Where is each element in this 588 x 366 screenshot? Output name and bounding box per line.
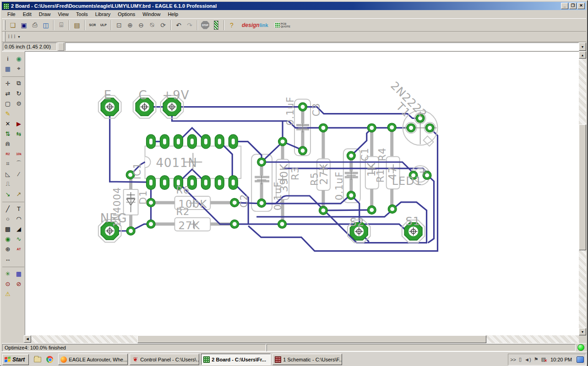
tool-add[interactable]: ▶ xyxy=(13,118,24,129)
zoom-in-button[interactable]: ⊕ xyxy=(125,20,136,31)
task-button-firefox[interactable]: EAGLE Autorouter, Whe... xyxy=(58,354,128,365)
task-button-eagle-schematic[interactable]: 1 Schematic - C:\Users\F... xyxy=(272,354,342,365)
tool-arc[interactable]: ◠ xyxy=(13,214,24,224)
scroll-up-button[interactable]: ▲ xyxy=(579,51,586,59)
tool-miter[interactable]: ⌒ xyxy=(13,159,24,169)
tool-ratsnest[interactable]: ✳ xyxy=(2,269,13,279)
language-flag-icon[interactable]: ⚑ xyxy=(534,356,539,362)
cam-processor-button[interactable]: ◫ xyxy=(40,20,51,31)
tool-split[interactable]: ◺ xyxy=(2,169,13,179)
menu-item-window[interactable]: Window xyxy=(139,11,164,18)
tool-info[interactable]: i xyxy=(2,54,13,64)
stop-button[interactable]: STOP xyxy=(200,20,211,31)
tool-group[interactable]: ▢ xyxy=(2,98,13,108)
tool-mirror[interactable]: ⇄ xyxy=(2,88,13,98)
network-offline-icon[interactable]: ▧✕ xyxy=(541,356,546,362)
go-button[interactable] xyxy=(211,20,222,31)
vertical-scroll-thumb[interactable] xyxy=(579,124,586,250)
switch-editor-button[interactable]: ⌹ xyxy=(56,20,67,31)
undo-button[interactable]: ↶ xyxy=(173,20,184,31)
grid-button[interactable]: ⠇⠇⠇ ▼ xyxy=(7,31,21,42)
tool-pinswap[interactable]: ⇅ xyxy=(2,129,13,139)
scroll-down-button[interactable]: ▼ xyxy=(579,328,586,335)
help-button[interactable]: ? xyxy=(226,20,237,31)
tool-mark[interactable]: ⌖ xyxy=(13,64,24,74)
toolbar-handle[interactable] xyxy=(4,32,5,42)
tool-smash[interactable]: ⌗ xyxy=(2,159,13,169)
tool-ripup[interactable]: ↗ xyxy=(13,189,24,199)
tool-change[interactable]: ⚙ xyxy=(13,98,24,108)
tool-errors[interactable]: ⊘ xyxy=(13,279,24,289)
start-button[interactable]: Start xyxy=(2,354,29,365)
collapse-chevron-icon[interactable]: ˃˃ xyxy=(510,357,516,362)
menu-item-options[interactable]: Options xyxy=(114,11,139,18)
tool-move[interactable]: ✛ xyxy=(2,78,13,88)
run-ulp-button[interactable]: ULP xyxy=(98,20,109,31)
minimize-button[interactable]: _ xyxy=(561,3,568,9)
tool-wire[interactable]: ╱ xyxy=(2,204,13,214)
tool-display[interactable]: ▦ xyxy=(2,64,13,74)
volume-icon[interactable]: ◄) xyxy=(524,357,531,362)
tool-route[interactable]: ↘ xyxy=(2,189,13,199)
use-library-button[interactable]: ▤ xyxy=(71,20,82,31)
tool-circle[interactable]: ○ xyxy=(2,214,13,224)
horizontal-scrollbar[interactable]: ◀ xyxy=(24,335,579,343)
tool-attribute[interactable]: AT xyxy=(13,244,24,254)
design-link-logo[interactable]: designlink xyxy=(242,22,268,28)
redo-button[interactable]: ↷ xyxy=(184,20,195,31)
command-dropdown-button[interactable]: ▼ xyxy=(579,43,586,51)
menu-item-library[interactable]: Library xyxy=(92,11,114,18)
zoom-select-button[interactable]: ⍉ xyxy=(147,20,158,31)
save-button[interactable]: ▣ xyxy=(18,20,29,31)
tool-signal[interactable]: ∿ xyxy=(13,234,24,244)
open-button[interactable]: ❏ xyxy=(7,20,18,31)
zoom-out-button[interactable]: ⊖ xyxy=(136,20,147,31)
tool-show[interactable]: ◉ xyxy=(13,54,24,64)
menu-item-edit[interactable]: Edit xyxy=(19,11,35,18)
tool-hole[interactable]: ⊕ xyxy=(2,244,13,254)
tool-copy[interactable]: ⧉ xyxy=(13,78,24,88)
menu-item-tools[interactable]: Tools xyxy=(72,11,92,18)
task-button-control-panel[interactable]: ❦Control Panel - C:\Users\... xyxy=(130,354,199,365)
zoom-redraw-button[interactable]: ⟳ xyxy=(158,20,169,31)
tool-value[interactable]: 10k xyxy=(13,149,24,159)
menu-item-view[interactable]: View xyxy=(54,11,72,18)
horizontal-scroll-thumb[interactable] xyxy=(137,335,486,343)
zoom-fit-button[interactable]: ⊡ xyxy=(114,20,125,31)
pcb-quote-logo[interactable]: PCBQUOTE xyxy=(275,22,290,28)
tool-delete[interactable]: ✕ xyxy=(2,118,13,129)
tool-dimension[interactable]: ↔ xyxy=(2,254,13,264)
command-input[interactable] xyxy=(65,43,579,51)
tool-cut[interactable]: ✎ xyxy=(2,108,13,118)
run-script-button[interactable]: SCR xyxy=(87,20,98,31)
vertical-scrollbar[interactable]: ▲ ▼ xyxy=(579,51,586,335)
tool-replace[interactable]: ⇆ xyxy=(13,129,24,139)
tool-rect[interactable]: ▩ xyxy=(2,224,13,234)
tool-rotate[interactable]: ↻ xyxy=(13,88,24,98)
restore-button[interactable]: ❐ xyxy=(569,3,577,9)
tool-lock[interactable]: ⋒ xyxy=(2,139,13,149)
close-button[interactable]: ✕ xyxy=(577,3,585,9)
menu-item-file[interactable]: File xyxy=(4,11,19,18)
menu-item-help[interactable]: Help xyxy=(164,11,182,18)
explorer-icon[interactable] xyxy=(33,355,42,364)
tool-optimize[interactable]: ∕ xyxy=(13,169,24,179)
tool-polygon[interactable]: ◢ xyxy=(13,224,24,234)
toolbar-separator xyxy=(223,20,224,30)
toolbar-handle[interactable] xyxy=(4,20,5,30)
menu-item-draw[interactable]: Draw xyxy=(35,11,54,18)
chrome-icon[interactable] xyxy=(45,355,54,364)
tool-meander[interactable]: ⎍ xyxy=(2,179,13,189)
safely-remove-icon[interactable]: ▯ xyxy=(519,356,522,362)
tool-text[interactable]: T xyxy=(13,204,24,214)
task-button-eagle-board[interactable]: 2 Board - C:\Users\Fr... xyxy=(201,354,271,365)
tool-via[interactable]: ◉ xyxy=(2,234,13,244)
tool-name[interactable]: R2 xyxy=(2,149,13,159)
show-desktop-icon[interactable] xyxy=(577,356,584,363)
print-button[interactable]: ⎙ xyxy=(29,20,40,31)
board-canvas[interactable]: EC+9VNEGS2S14011NIC1D11N4004R6100KR227KC… xyxy=(25,51,580,335)
scroll-left-button[interactable]: ◀ xyxy=(24,335,31,343)
tool-drc[interactable]: ⊙ xyxy=(2,279,13,289)
tool-warning[interactable]: ⚠ xyxy=(2,289,13,299)
tool-auto[interactable]: ▦ xyxy=(13,269,24,279)
